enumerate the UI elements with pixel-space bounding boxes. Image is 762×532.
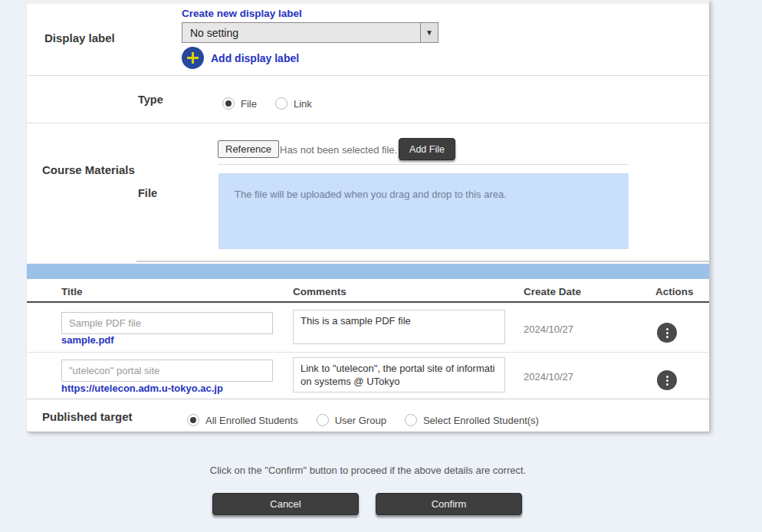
section-divider: [27, 75, 709, 76]
confirm-button[interactable]: Confirm: [376, 493, 522, 515]
create-new-display-label-link[interactable]: Create new display label: [182, 8, 302, 19]
type-link-radio-label: Link: [294, 98, 312, 110]
add-file-button[interactable]: Add File: [399, 138, 455, 160]
published-select-students-radio[interactable]: [405, 414, 417, 426]
column-header-title: Title: [61, 286, 83, 297]
row1-actions-kebab-icon[interactable]: [657, 323, 677, 343]
add-icon[interactable]: [182, 47, 204, 69]
row2-url-link[interactable]: https://utelecon.adm.u-tokyo.ac.jp: [61, 383, 223, 394]
reference-row-divider: [218, 164, 629, 165]
course-material-form-card: Display label Create new display label N…: [27, 0, 709, 432]
published-select-students-label: Select Enrolled Student(s): [423, 415, 539, 426]
file-dropzone[interactable]: The file will be uploaded when you drag …: [218, 173, 629, 249]
display-label-select-value: No setting: [182, 27, 420, 39]
type-file-radio-label: File: [241, 98, 257, 110]
published-user-group-label: User Group: [335, 415, 386, 426]
dropzone-hint-text: The file will be uploaded when you drag …: [235, 189, 507, 200]
row1-title-input[interactable]: [61, 312, 273, 334]
row1-file-link[interactable]: sample.pdf: [61, 334, 114, 346]
row-separator: [27, 399, 709, 399]
published-all-students-label: All Enrolled Students: [205, 415, 298, 426]
display-label-row-label: Display label: [44, 31, 115, 44]
published-all-students-radio[interactable]: [187, 414, 199, 426]
file-row-label: File: [138, 187, 157, 199]
no-file-selected-text: Has not been selected file.: [280, 144, 397, 156]
reference-button[interactable]: Reference: [218, 140, 279, 158]
row2-create-date: 2024/10/27: [524, 371, 573, 383]
column-header-comments: Comments: [293, 286, 347, 297]
table-blue-bar: [27, 264, 709, 279]
confirm-hint-text: Click on the "Confirm" button to proceed…: [0, 465, 736, 476]
row2-actions-kebab-icon[interactable]: [657, 370, 677, 390]
published-target-row-label: Published target: [42, 410, 133, 423]
table-top-divider: [136, 261, 709, 262]
row2-title-input[interactable]: [61, 360, 273, 382]
card-top-divider: [27, 0, 709, 4]
course-materials-row-label: Course Materials: [42, 163, 135, 176]
display-label-select[interactable]: No setting ▼: [182, 22, 438, 43]
row2-comment-input[interactable]: Link to "utelecon", the portal site of i…: [293, 357, 505, 392]
chevron-down-icon[interactable]: ▼: [420, 23, 438, 42]
section-divider: [27, 123, 709, 123]
type-link-radio[interactable]: [275, 97, 287, 110]
row1-comment-input[interactable]: This is a sample PDF file: [293, 310, 505, 344]
cancel-button[interactable]: Cancel: [212, 493, 359, 515]
column-header-actions: Actions: [655, 286, 694, 297]
type-file-radio[interactable]: [222, 97, 235, 110]
table-header-border: [27, 301, 709, 303]
column-header-create-date: Create Date: [524, 286, 581, 297]
type-row-label: Type: [138, 94, 163, 106]
row-separator: [27, 352, 709, 353]
add-display-label-link[interactable]: Add display label: [211, 52, 299, 64]
row1-create-date: 2024/10/27: [524, 323, 573, 335]
published-user-group-radio[interactable]: [317, 414, 329, 426]
page: Display label Create new display label N…: [0, 0, 762, 532]
